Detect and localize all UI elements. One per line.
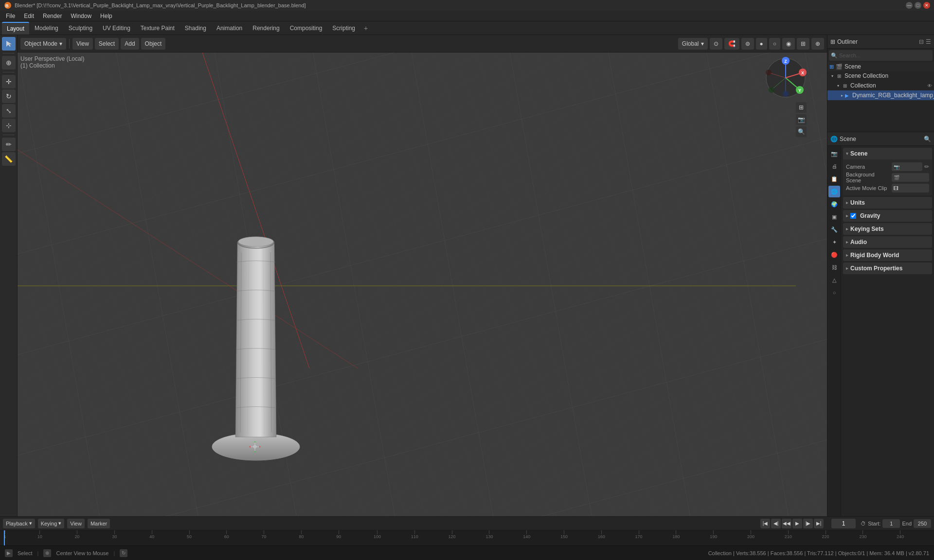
object-menu-btn[interactable]: Object: [141, 38, 166, 50]
navigation-gizmo[interactable]: Z Y X: [764, 56, 808, 100]
shading-solid-btn[interactable]: ●: [756, 38, 767, 50]
camera-icon: 📷: [894, 164, 899, 170]
play-reverse-btn[interactable]: ◀◀: [782, 519, 791, 528]
gravity-section: ▸ Gravity: [843, 210, 932, 222]
zoom-btn[interactable]: 🔍: [796, 126, 807, 137]
outliner-filter-icon[interactable]: ⊟: [919, 38, 924, 45]
play-btn[interactable]: ▶: [792, 519, 802, 528]
proportional-edit-btn[interactable]: ⊚: [741, 38, 754, 50]
object-props-icon[interactable]: ▣: [828, 211, 840, 223]
collection-label: Collection: [850, 82, 876, 89]
menu-file[interactable]: File: [2, 12, 19, 20]
gravity-section-header[interactable]: ▸ Gravity: [843, 210, 932, 222]
view-layer-props-icon[interactable]: 📋: [828, 173, 840, 185]
grid-view-btn[interactable]: ⊞: [796, 102, 807, 113]
outliner-lamp-object[interactable]: ▸ ▶ Dynamic_RGB_backlight_lamp_geo2_v1: [827, 90, 934, 100]
data-props-icon[interactable]: △: [828, 274, 840, 286]
properties-search-icon[interactable]: 🔍: [924, 136, 931, 142]
particles-props-icon[interactable]: ✦: [828, 236, 840, 248]
playback-btn[interactable]: Playback ▾: [3, 519, 35, 528]
workspace-tab-texture-paint[interactable]: Texture Paint: [136, 22, 180, 35]
cursor-tool-button[interactable]: ⊕: [2, 56, 16, 70]
scene-props-icon[interactable]: 🌐: [828, 186, 840, 197]
background-scene-value[interactable]: 🎬: [892, 173, 929, 182]
prev-keyframe-btn[interactable]: ◀|: [771, 519, 781, 528]
move-tool-button[interactable]: ✛: [2, 75, 16, 88]
shading-wireframe-btn[interactable]: ○: [769, 38, 780, 50]
outliner-scene-collection[interactable]: ▾ ⊞ Scene Collection: [827, 71, 934, 81]
scene-section-header[interactable]: ▾ Scene: [843, 148, 932, 159]
measure-tool-button[interactable]: 📏: [2, 152, 16, 166]
jump-start-btn[interactable]: |◀: [760, 519, 770, 528]
menu-window[interactable]: Window: [67, 12, 95, 20]
annotate-tool-button[interactable]: ✏: [2, 138, 16, 151]
workspace-tab-scripting[interactable]: Scripting: [327, 22, 360, 35]
scene-collection-label: Scene Collection: [844, 72, 888, 79]
camera-value[interactable]: 📷: [892, 162, 922, 171]
rotate-tool-button[interactable]: ↻: [2, 89, 16, 103]
view-menu-btn[interactable]: View: [72, 38, 93, 50]
add-menu-btn[interactable]: Add: [121, 38, 139, 50]
timeline-ruler[interactable]: 1102030405060708090100110120130140150160…: [0, 530, 934, 546]
active-movie-clip-value[interactable]: 🎞: [892, 184, 929, 192]
keying-btn[interactable]: Keying ▾: [38, 519, 65, 528]
material-props-icon[interactable]: ○: [828, 287, 840, 298]
workspace-tab-layout[interactable]: Layout: [2, 22, 29, 35]
pivot-btn[interactable]: ⊙: [710, 38, 722, 50]
timeline-view-btn[interactable]: View: [67, 519, 85, 528]
workspace-tab-animation[interactable]: Animation: [212, 22, 247, 35]
close-button[interactable]: ✕: [923, 2, 930, 9]
custom-props-section-header[interactable]: ▸ Custom Properties: [843, 262, 932, 274]
gravity-checkbox[interactable]: [850, 213, 856, 219]
workspace-tab-uv-editing[interactable]: UV Editing: [98, 22, 135, 35]
workspace-tab-modeling[interactable]: Modeling: [30, 22, 63, 35]
outliner-collection[interactable]: ▾ ⊞ Collection 👁: [827, 81, 934, 90]
background-scene-row: Background Scene 🎬: [846, 172, 929, 183]
object-mode-dropdown[interactable]: Object Mode ▾: [20, 38, 66, 50]
workspace-tab-compositing[interactable]: Compositing: [285, 22, 327, 35]
camera-edit-icon[interactable]: ✏: [924, 163, 929, 170]
scale-tool-button[interactable]: ⤡: [2, 104, 16, 118]
marker-btn[interactable]: Marker: [88, 519, 110, 528]
menu-render[interactable]: Render: [39, 12, 66, 20]
maximize-button[interactable]: □: [915, 2, 921, 9]
select-tool-button[interactable]: [2, 37, 16, 51]
next-keyframe-btn[interactable]: |▶: [803, 519, 813, 528]
world-props-icon[interactable]: 🌍: [828, 198, 840, 210]
minimize-button[interactable]: —: [906, 2, 913, 9]
overlay-btn[interactable]: ⊞: [797, 38, 809, 50]
collection-visibility-icon[interactable]: 👁: [927, 83, 932, 88]
outliner-search[interactable]: 🔍 Search...: [829, 50, 933, 61]
render-props-icon[interactable]: 📷: [828, 148, 840, 159]
units-section-header[interactable]: ▸ Units: [843, 197, 932, 209]
viewport-3d[interactable]: User Perspective (Local) (1) Collection: [18, 52, 827, 516]
shading-rendered-btn[interactable]: ◉: [782, 38, 795, 50]
current-frame-input[interactable]: 1: [831, 519, 856, 528]
physics-props-icon[interactable]: 🔴: [828, 249, 840, 261]
transform-tool-button[interactable]: ⊹: [2, 119, 16, 132]
modifier-props-icon[interactable]: 🔧: [828, 224, 840, 235]
gizmo-btn[interactable]: ⊕: [811, 38, 824, 50]
select-menu-btn[interactable]: Select: [95, 38, 119, 50]
start-frame-input[interactable]: 1: [882, 519, 900, 528]
workspace-add-button[interactable]: +: [360, 23, 371, 34]
menu-help[interactable]: Help: [96, 12, 116, 20]
end-frame-input[interactable]: 250: [914, 519, 931, 528]
audio-section-header[interactable]: ▸ Audio: [843, 236, 932, 248]
workspace-tab-shading[interactable]: Shading: [180, 22, 211, 35]
constraints-props-icon[interactable]: ⛓: [828, 262, 840, 273]
jump-end-btn[interactable]: ▶|: [814, 519, 824, 528]
keying-sets-section-header[interactable]: ▸ Keying Sets: [843, 223, 932, 235]
menu-bar: File Edit Render Window Help: [0, 11, 934, 21]
menu-edit[interactable]: Edit: [20, 12, 38, 20]
camera-view-btn[interactable]: 📷: [796, 114, 807, 125]
frame-mark-20: 20: [75, 530, 80, 539]
workspace-tab-sculpting[interactable]: Sculpting: [64, 22, 97, 35]
snap-btn[interactable]: 🧲: [724, 38, 739, 50]
workspace-tab-rendering[interactable]: Rendering: [248, 22, 284, 35]
global-space-btn[interactable]: Global ▾: [678, 38, 708, 50]
rigid-body-section-header[interactable]: ▸ Rigid Body World: [843, 249, 932, 261]
output-props-icon[interactable]: 🖨: [828, 160, 840, 172]
outliner-menu-icon[interactable]: ☰: [926, 38, 931, 45]
frame-mark-90: 90: [336, 530, 341, 539]
